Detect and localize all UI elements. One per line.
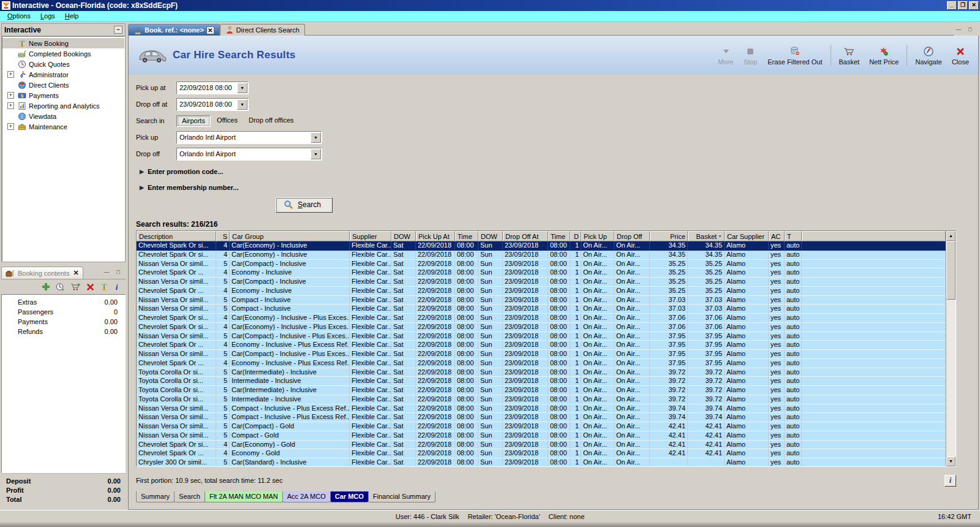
booking-panel-minimize-button[interactable]: — xyxy=(102,268,111,276)
info-icon[interactable]: i xyxy=(114,282,119,291)
delete-icon[interactable] xyxy=(86,283,94,291)
restore-button[interactable]: ❐ xyxy=(958,1,968,10)
bottom-tab-financial-summary[interactable]: Financial Summary xyxy=(368,491,435,502)
column-header-car-supplier[interactable]: Car Supplier xyxy=(725,231,769,241)
result-row[interactable]: Nissan Versa Or simil...5Compact - Inclu… xyxy=(137,404,946,414)
result-row[interactable]: Toyota Corolla Or si...5Car(Intermediate… xyxy=(137,368,946,377)
quick-quote-icon[interactable] xyxy=(56,282,65,291)
result-row[interactable]: Nissan Versa Or simil...5Compact - Inclu… xyxy=(137,413,946,422)
search-in-tab-offices[interactable]: Offices xyxy=(212,115,243,127)
column-header-price[interactable]: Price xyxy=(650,231,688,241)
result-row[interactable]: Nissan Versa Or simil...5Car(Compact) - … xyxy=(137,278,946,287)
column-header-supplier[interactable]: Supplier xyxy=(350,231,391,241)
pickup-location-select[interactable]: Orlando Intl Airport ▼ xyxy=(176,131,322,144)
result-row[interactable]: Toyota Corolla Or si...5Car(Intermediate… xyxy=(137,386,946,395)
booking-item-passengers[interactable]: Passengers0 xyxy=(2,307,125,317)
result-row[interactable]: Toyota Corolla Or si...5Intermediate - I… xyxy=(137,395,946,404)
pickup-at-dropdown-icon[interactable]: ▼ xyxy=(237,83,247,93)
collapse-panel-button[interactable]: − xyxy=(114,26,123,34)
dropoff-location-dropdown-icon[interactable]: ▼ xyxy=(311,149,321,159)
close-button[interactable]: Close xyxy=(948,44,973,67)
result-row[interactable]: Chevrolet Spark Or ...4Economy - Inclusi… xyxy=(137,287,946,296)
dropoff-at-dropdown-icon[interactable]: ▼ xyxy=(237,99,247,110)
column-header-t[interactable]: T xyxy=(785,231,802,241)
column-header-dow[interactable]: DOW xyxy=(478,231,503,241)
result-row[interactable]: Nissan Versa Or simil...5Car(Compact) - … xyxy=(137,350,946,359)
column-header-drop-off-at[interactable]: Drop Off At xyxy=(503,231,548,241)
basket-button[interactable]: Basket xyxy=(835,44,864,67)
result-row[interactable]: Nissan Versa Or simil...5Compact - Inclu… xyxy=(137,305,946,314)
cart-go-icon[interactable] xyxy=(70,282,81,291)
column-header-d[interactable]: D xyxy=(570,231,581,241)
booking-contents-tab[interactable]: Booking contents ✕ xyxy=(1,267,83,279)
expand-icon[interactable]: + xyxy=(7,71,14,78)
search-in-tab-airports[interactable]: Airports xyxy=(176,115,211,127)
vertical-scrollbar[interactable]: ▲ ▼ xyxy=(946,231,956,466)
pickup-location-dropdown-icon[interactable]: ▼ xyxy=(311,132,321,143)
column-header-dow[interactable]: DOW xyxy=(391,231,416,241)
expand-icon[interactable]: + xyxy=(7,102,14,109)
menu-logs[interactable]: Logs xyxy=(36,12,60,21)
result-row[interactable]: Chevrolet Spark Or ...4Economy - Inclusi… xyxy=(137,268,946,278)
menu-help[interactable]: Help xyxy=(60,12,84,21)
doc-restore-button[interactable]: □ xyxy=(965,25,975,34)
column-header-basket[interactable]: Basket▼ xyxy=(688,231,725,241)
nett-price-button[interactable]: Nett Price xyxy=(865,44,903,67)
result-row[interactable]: Chevrolet Spark Or si...4Car(Economy) - … xyxy=(137,314,946,323)
scrollbar-thumb[interactable] xyxy=(946,241,956,300)
minimize-button[interactable]: _ xyxy=(947,1,957,10)
result-row[interactable]: Nissan Versa Or simil...5Car(Compact) - … xyxy=(137,260,946,269)
bottom-tab-search[interactable]: Search xyxy=(174,491,205,502)
palm-icon[interactable] xyxy=(100,282,108,291)
column-header-pick-up-at[interactable]: Pick Up At xyxy=(416,231,455,241)
bottom-tab-acc-2a-mco[interactable]: Acc 2A MCO xyxy=(282,491,331,502)
sidebar-item-viewdata[interactable]: Viewdata xyxy=(2,111,124,121)
menu-options[interactable]: Options xyxy=(2,12,36,21)
tab-close-icon[interactable]: ✕ xyxy=(206,26,214,34)
result-row[interactable]: Nissan Versa Or simil...5Compact - Inclu… xyxy=(137,296,946,305)
column-header-time[interactable]: Time xyxy=(455,231,478,241)
sidebar-item-direct-clients[interactable]: Direct Clients xyxy=(2,80,124,90)
sidebar-item-new-booking[interactable]: New Booking xyxy=(2,38,124,48)
result-row[interactable]: Nissan Versa Or simil...5Car(Compact) - … xyxy=(137,422,946,431)
close-window-button[interactable]: ✕ xyxy=(969,1,979,10)
dropoff-at-input[interactable]: 23/09/2018 08:00 ▼ xyxy=(176,98,249,111)
membership-number-expander[interactable]: ▶ Enter membership number... xyxy=(140,183,978,192)
column-header-time[interactable]: Time xyxy=(548,231,570,241)
sidebar-item-reporting-and-analytics[interactable]: +Reporting and Analytics xyxy=(2,100,124,111)
expand-icon[interactable]: + xyxy=(7,123,14,130)
tab-book-ref-none-[interactable]: Book. ref.: <none>✕ xyxy=(128,24,220,36)
pickup-at-input[interactable]: 22/09/2018 08:00 ▼ xyxy=(176,82,249,94)
doc-minimize-button[interactable]: — xyxy=(954,25,963,34)
sidebar-item-maintenance[interactable]: +Maintenance xyxy=(2,121,124,132)
result-row[interactable]: Chevrolet Spark Or si...4Car(Economy) - … xyxy=(137,241,946,251)
column-header-ac[interactable]: AC xyxy=(769,231,785,241)
sidebar-item-payments[interactable]: +$Payments xyxy=(2,90,124,100)
result-row[interactable]: Chevrolet Spark Or ...4Economy - Inclusi… xyxy=(137,341,946,350)
sidebar-item-quick-quotes[interactable]: Quick Quotes xyxy=(2,59,124,69)
bottom-tab-car-mco[interactable]: Car MCO xyxy=(330,491,369,502)
add-icon[interactable] xyxy=(42,282,50,291)
result-row[interactable]: Toyota Corolla Or si...5Intermediate - I… xyxy=(137,377,946,386)
tab-direct-clients-search[interactable]: Direct Clients Search xyxy=(220,24,305,36)
bottom-tab-flt-2a-man-mco-man[interactable]: Flt 2A MAN MCO MAN xyxy=(205,491,283,502)
erase-filtered-out-button[interactable]: Erase Filtered Out xyxy=(763,44,826,67)
column-header-car-group[interactable]: Car Group xyxy=(230,231,350,241)
bottom-tab-summary[interactable]: Summary xyxy=(136,491,175,502)
promotion-code-expander[interactable]: ▶ Enter promotion code... xyxy=(140,167,978,176)
dropoff-location-select[interactable]: Orlando Intl Airport ▼ xyxy=(176,148,322,161)
result-row[interactable]: Chevrolet Spark Or si...4Car(Economy) - … xyxy=(137,323,946,332)
result-row[interactable]: Chevrolet Spark Or si...4Car(Economy) - … xyxy=(137,441,946,450)
booking-tab-close-icon[interactable]: ✕ xyxy=(73,269,78,277)
result-row[interactable]: Chevrolet Spark Or ...4Economy - GoldFle… xyxy=(137,449,946,458)
result-row[interactable]: Nissan Versa Or simil...5Compact - GoldF… xyxy=(137,431,946,441)
sidebar-item-administrator[interactable]: +Administrator xyxy=(2,69,124,80)
booking-item-refunds[interactable]: Refunds0.00 xyxy=(2,327,125,336)
result-row[interactable]: Chrysler 300 Or simil...5Car(Standard) -… xyxy=(137,458,946,466)
column-header-description[interactable]: Description xyxy=(137,231,216,241)
info-button[interactable]: i xyxy=(944,475,956,487)
result-row[interactable]: Chevrolet Spark Or ...4Economy - Inclusi… xyxy=(137,359,946,368)
result-row[interactable]: Nissan Versa Or simil...5Car(Compact) - … xyxy=(137,332,946,341)
column-header-s[interactable]: S xyxy=(216,231,230,241)
column-header-pick-up[interactable]: Pick Up xyxy=(581,231,614,241)
